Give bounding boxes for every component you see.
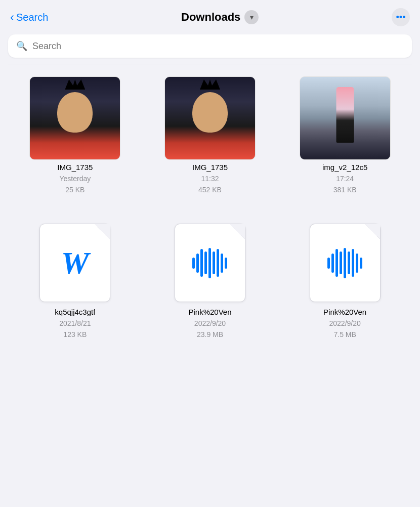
back-button[interactable]: ‹ Search [10,10,48,24]
audio-bar [335,249,338,277]
audio-bar [192,258,195,269]
audio-bar [360,258,362,269]
search-bar[interactable]: 🔍 [8,34,412,58]
search-icon: 🔍 [16,40,27,52]
file-name: IMG_1735 [57,163,93,172]
file-size: 25 KB [65,186,85,194]
back-chevron-icon: ‹ [10,10,14,24]
audio-bar [204,251,207,274]
image-preview [165,77,255,159]
audio-bar [225,258,227,269]
file-date: 17:24 [336,175,354,183]
list-item[interactable]: Pink%20Ven 2022/9/20 7.5 MB [280,221,410,339]
file-date: 2022/9/20 [329,319,361,327]
audio-bar [352,249,354,277]
audio-bar [221,254,223,273]
more-options-button[interactable]: ••• [392,8,410,26]
audio-bar [217,249,219,277]
audio-bar [356,254,358,273]
file-thumbnail: W [32,221,118,305]
list-item[interactable]: IMG_1735 11:32 452 KB [145,76,275,194]
search-input[interactable] [32,41,404,52]
dropdown-button[interactable]: ▾ [244,10,259,24]
file-size: 452 KB [198,186,222,194]
file-date: 11:32 [201,175,219,183]
file-thumbnail [167,221,253,305]
list-item[interactable]: W kq5qjj4c3gtf 2021/8/21 123 KB [10,221,140,339]
audio-icon [192,248,227,278]
list-item[interactable]: IMG_1735 Yesterday 25 KB [10,76,140,194]
ellipsis-icon: ••• [396,12,406,23]
file-name: Pink%20Ven [188,308,231,316]
section-gap [0,206,420,221]
audio-bar [196,254,199,273]
back-label: Search [16,12,48,23]
file-name: IMG_1735 [192,163,228,172]
document-icon: W [39,224,110,302]
file-size: 123 KB [63,330,87,339]
file-thumbnail [164,76,256,160]
list-item[interactable]: Pink%20Ven 2022/9/20 23.9 MB [145,221,275,339]
chevron-down-icon: ▾ [250,13,254,21]
document-icon [175,224,245,302]
files-grid: IMG_1735 Yesterday 25 KB IMG_1735 11:32 … [0,64,420,206]
audio-bar [213,251,215,274]
list-item[interactable]: img_v2_12c5 17:24 381 KB [280,76,410,194]
file-date: Yesterday [59,175,91,183]
file-thumbnail [29,76,120,160]
audio-bar [208,248,211,278]
word-icon: W [61,245,89,281]
file-name: img_v2_12c5 [322,163,367,172]
image-preview [30,77,120,159]
audio-bar [331,254,334,273]
file-size: 381 KB [333,186,357,194]
file-size: 7.5 MB [333,330,356,339]
section-divider [8,64,412,64]
file-name: Pink%20Ven [323,308,366,316]
audio-bar [200,249,203,277]
audio-bar [327,258,330,269]
image-preview [300,77,390,159]
header: ‹ Search Downloads ▾ ••• [0,0,420,31]
file-thumbnail [302,221,388,305]
file-size: 23.9 MB [197,330,223,339]
file-date: 2022/9/20 [194,319,226,327]
audio-bar [344,248,346,278]
search-bar-container: 🔍 [0,31,420,64]
file-thumbnail [300,76,391,160]
files-grid-2: W kq5qjj4c3gtf 2021/8/21 123 KB [0,221,420,351]
page-title: Downloads [181,11,240,24]
document-icon [310,224,381,302]
file-name: kq5qjj4c3gtf [55,308,95,316]
file-date: 2021/8/21 [59,319,91,327]
audio-bar [340,251,342,274]
audio-bar [348,251,350,274]
title-area: Downloads ▾ [181,10,259,24]
audio-icon [327,248,362,278]
